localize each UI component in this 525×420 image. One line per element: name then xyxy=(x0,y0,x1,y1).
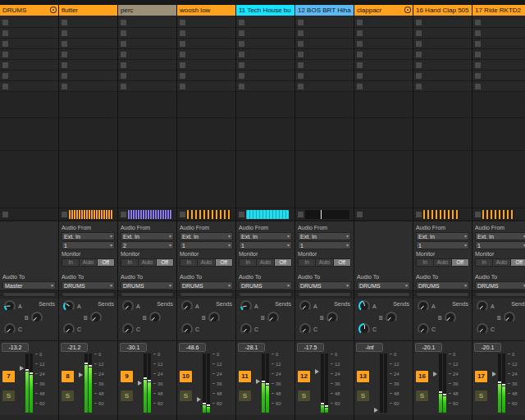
clip-slot[interactable] xyxy=(59,39,117,49)
clip-stop-button[interactable] xyxy=(239,52,244,57)
clip-stop-button[interactable] xyxy=(475,62,481,68)
clip-stop-button[interactable] xyxy=(62,20,67,25)
clip-slot[interactable] xyxy=(413,60,472,71)
clip-stop-button[interactable] xyxy=(62,30,67,36)
clip-slot[interactable] xyxy=(177,92,235,118)
clip-slot[interactable] xyxy=(472,71,525,81)
clip-slot[interactable] xyxy=(472,151,525,208)
clip-slot[interactable] xyxy=(295,49,354,60)
clip-stop-button[interactable] xyxy=(2,212,8,217)
send-knob-b[interactable] xyxy=(386,312,397,323)
clip-stop-button[interactable] xyxy=(121,212,126,217)
track-delay-field[interactable] xyxy=(62,292,115,297)
track-delay-field[interactable] xyxy=(239,292,292,297)
solo-button[interactable]: S xyxy=(2,390,15,401)
clip-slot[interactable] xyxy=(413,118,472,151)
clip-stop-button[interactable] xyxy=(121,84,126,89)
clip-slot[interactable] xyxy=(59,92,117,118)
clip-stop-button[interactable] xyxy=(121,41,126,47)
volume-value[interactable]: -17.5 xyxy=(297,343,324,352)
clip-stop-button[interactable] xyxy=(357,20,363,25)
clip-slot[interactable] xyxy=(59,118,117,151)
clip-stop-button[interactable] xyxy=(239,30,244,36)
send-knob-b[interactable] xyxy=(90,312,102,323)
clip-stop-button[interactable] xyxy=(416,20,422,25)
send-knob-b[interactable] xyxy=(149,312,161,323)
track-delay-field[interactable] xyxy=(180,292,233,297)
clip-stop-button[interactable] xyxy=(239,212,244,217)
send-knob-c[interactable] xyxy=(181,323,193,335)
clip-slot[interactable] xyxy=(354,17,413,28)
clip-stop-button[interactable] xyxy=(239,84,244,89)
clip-stop-button[interactable] xyxy=(2,73,8,79)
track-delay-field[interactable] xyxy=(121,292,174,297)
clip-slot[interactable] xyxy=(236,118,294,151)
clip-slot[interactable] xyxy=(236,81,294,92)
clip-stop-button[interactable] xyxy=(416,73,422,79)
clip-slot[interactable] xyxy=(0,17,58,28)
clip-stop-button[interactable] xyxy=(180,84,185,89)
clip-slot[interactable] xyxy=(0,71,58,81)
clip-slot[interactable] xyxy=(472,39,525,49)
clip-slot[interactable] xyxy=(354,151,413,208)
monitor-off-button[interactable]: Off xyxy=(216,258,233,267)
clip-slot[interactable] xyxy=(177,71,235,81)
audio-from-select[interactable]: Ext. In▾ xyxy=(475,232,525,240)
clip-slot[interactable] xyxy=(177,17,235,28)
clip-stop-button[interactable] xyxy=(180,52,185,57)
clip-slot[interactable] xyxy=(59,81,117,92)
clip-slot[interactable] xyxy=(118,17,176,28)
clip-stop-button[interactable] xyxy=(2,30,8,36)
monitor-auto-button[interactable]: Auto xyxy=(80,258,97,267)
send-knob-a[interactable] xyxy=(122,300,134,312)
send-knob-b[interactable] xyxy=(326,312,338,323)
solo-button[interactable]: S xyxy=(239,390,251,401)
monitor-in-button[interactable]: In xyxy=(121,258,139,267)
clip-stop-button[interactable] xyxy=(180,41,185,47)
track-header[interactable]: 11 Tech House bu xyxy=(236,5,294,16)
send-knob-a[interactable] xyxy=(63,300,75,312)
audio-from-select[interactable]: Ext. In▾ xyxy=(416,232,469,240)
clip-stop-button[interactable] xyxy=(416,30,422,36)
clip-slot[interactable] xyxy=(354,49,413,60)
solo-button[interactable]: S xyxy=(180,390,192,401)
clip-slot[interactable] xyxy=(413,49,472,60)
audio-from-channel-select[interactable]: 1▾ xyxy=(416,241,469,249)
clip-slot[interactable] xyxy=(354,92,413,118)
clip-slot[interactable] xyxy=(177,118,235,151)
track-header[interactable]: flutter xyxy=(59,5,117,16)
audio-from-select[interactable]: Ext. In▾ xyxy=(62,232,115,240)
track-delay-field[interactable] xyxy=(475,292,525,297)
monitor-in-button[interactable]: In xyxy=(298,258,316,267)
clip-slot[interactable] xyxy=(177,49,235,60)
clip-stop-button[interactable] xyxy=(357,41,363,47)
clip-stop-button[interactable] xyxy=(62,84,67,89)
clip-stop-button[interactable] xyxy=(2,41,8,47)
clip-stop-button[interactable] xyxy=(239,41,244,47)
track-delay-field[interactable] xyxy=(298,292,351,297)
send-knob-a[interactable] xyxy=(418,300,429,312)
clip-stop-button[interactable] xyxy=(62,212,67,217)
clip-stop-button[interactable] xyxy=(298,84,304,89)
audio-to-select[interactable]: DRUMS▾ xyxy=(62,281,115,290)
clip-stop-button[interactable] xyxy=(121,73,126,79)
clip-stop-button[interactable] xyxy=(62,52,67,57)
clip-slot[interactable] xyxy=(236,28,294,39)
clip-stop-button[interactable] xyxy=(298,30,304,36)
solo-button[interactable]: S xyxy=(121,390,133,401)
audio-from-channel-select[interactable]: 1▾ xyxy=(298,241,351,249)
clip-slot[interactable] xyxy=(118,71,176,81)
clip-stop-button[interactable] xyxy=(475,212,481,217)
clip-stop-button[interactable] xyxy=(475,73,481,79)
track-number-button[interactable]: 11 xyxy=(239,371,251,382)
send-knob-a[interactable] xyxy=(299,300,311,312)
track-number-button[interactable]: 10 xyxy=(180,371,192,382)
clip-slot[interactable] xyxy=(118,151,176,208)
clip-slot[interactable] xyxy=(472,17,525,28)
clip-slot[interactable] xyxy=(118,118,176,151)
send-knob-b[interactable] xyxy=(504,312,515,323)
monitor-off-button[interactable]: Off xyxy=(98,258,115,267)
send-knob-c[interactable] xyxy=(418,323,429,335)
send-knob-a[interactable] xyxy=(4,300,16,312)
clip-stop-button[interactable] xyxy=(475,20,481,25)
